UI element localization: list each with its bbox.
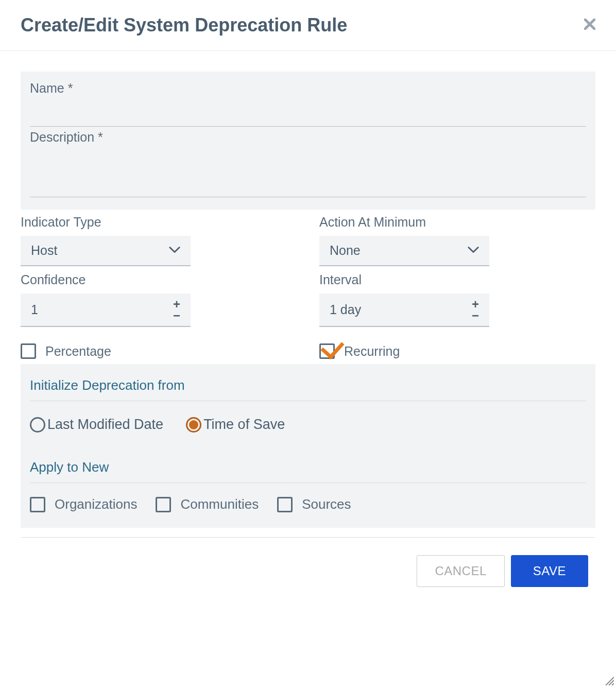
action-at-min-col: Action At Minimum None <box>317 215 595 266</box>
apply-to-new-title: Apply to New <box>30 459 586 475</box>
apply-checkbox-group: Organizations Communities Sources <box>30 496 586 512</box>
interval-col: Interval 1 day + − <box>317 272 595 327</box>
settings-row-3: Percentage Recurring <box>21 332 595 359</box>
description-input[interactable] <box>30 146 586 197</box>
sources-label: Sources <box>302 496 351 512</box>
settings-row-1: Indicator Type Host Action At Minimum No… <box>21 215 595 266</box>
organizations-checkbox[interactable] <box>30 497 45 512</box>
svg-line-2 <box>612 683 614 685</box>
indicator-type-col: Indicator Type Host <box>21 215 317 266</box>
confidence-label: Confidence <box>21 272 297 287</box>
name-field-group: Name * <box>30 81 586 127</box>
divider <box>30 401 586 401</box>
divider <box>30 482 586 483</box>
apply-communities: Communities <box>156 496 259 512</box>
indicator-type-select[interactable]: Host <box>21 236 191 266</box>
confidence-col: Confidence 1 + − <box>21 272 317 327</box>
apply-organizations: Organizations <box>30 496 137 512</box>
chevron-down-icon <box>468 246 479 255</box>
confidence-stepper[interactable]: 1 + − <box>21 294 191 327</box>
recurring-checkbox-row: Recurring <box>319 343 595 359</box>
interval-label: Interval <box>319 272 595 287</box>
footer-divider <box>21 537 595 538</box>
radio-icon <box>186 417 201 433</box>
confidence-value: 1 <box>31 302 173 317</box>
minus-icon[interactable]: − <box>173 310 180 321</box>
description-label: Description * <box>30 130 586 145</box>
indicator-type-value: Host <box>31 243 57 258</box>
name-input[interactable] <box>30 97 586 127</box>
interval-spinner-buttons: + − <box>472 299 479 321</box>
communities-checkbox[interactable] <box>156 497 171 512</box>
close-icon[interactable] <box>584 17 595 33</box>
initialize-radio-row: Last Modified Date Time of Save <box>30 417 586 433</box>
apply-sources: Sources <box>277 496 351 512</box>
initialize-title: Initialize Deprecation from <box>30 377 586 393</box>
recurring-col: Recurring <box>317 332 595 359</box>
save-button[interactable]: SAVE <box>511 555 588 587</box>
recurring-checkbox[interactable] <box>319 343 335 359</box>
percentage-checkbox[interactable] <box>21 343 36 359</box>
chevron-down-icon <box>169 246 180 255</box>
dialog-header: Create/Edit System Deprecation Rule <box>0 0 616 51</box>
description-field-group: Description * <box>30 130 586 199</box>
dialog-title: Create/Edit System Deprecation Rule <box>21 14 347 36</box>
radio-last-modified[interactable]: Last Modified Date <box>30 417 163 433</box>
resize-handle-icon[interactable] <box>604 675 614 688</box>
radio-icon <box>30 417 45 433</box>
radio-label-last-modified: Last Modified Date <box>47 417 163 433</box>
dialog-body: Name * Description * Indicator Type Host <box>0 51 616 608</box>
dialog: Create/Edit System Deprecation Rule Name… <box>0 0 616 608</box>
organizations-label: Organizations <box>55 496 137 512</box>
percentage-checkbox-row: Percentage <box>21 343 297 359</box>
radio-time-of-save[interactable]: Time of Save <box>186 417 285 433</box>
communities-label: Communities <box>180 496 259 512</box>
action-at-min-value: None <box>330 243 361 258</box>
interval-stepper[interactable]: 1 day + − <box>319 294 489 327</box>
percentage-label: Percentage <box>45 344 111 359</box>
sources-checkbox[interactable] <box>277 497 293 512</box>
action-at-min-select[interactable]: None <box>319 236 489 266</box>
minus-icon[interactable]: − <box>472 310 479 321</box>
settings-row-2: Confidence 1 + − Interval 1 day + − <box>21 272 595 327</box>
button-row: CANCEL SAVE <box>21 555 595 587</box>
interval-value: 1 day <box>330 302 472 317</box>
initialize-section: Initialize Deprecation from Last Modifie… <box>21 364 595 528</box>
name-description-panel: Name * Description * <box>21 72 595 210</box>
indicator-type-label: Indicator Type <box>21 215 297 230</box>
action-at-min-label: Action At Minimum <box>319 215 595 230</box>
percentage-col: Percentage <box>21 332 317 359</box>
radio-label-time-of-save: Time of Save <box>203 417 285 433</box>
name-label: Name * <box>30 81 586 96</box>
confidence-spinner-buttons: + − <box>173 299 180 321</box>
cancel-button[interactable]: CANCEL <box>417 555 504 587</box>
recurring-label: Recurring <box>344 344 400 359</box>
